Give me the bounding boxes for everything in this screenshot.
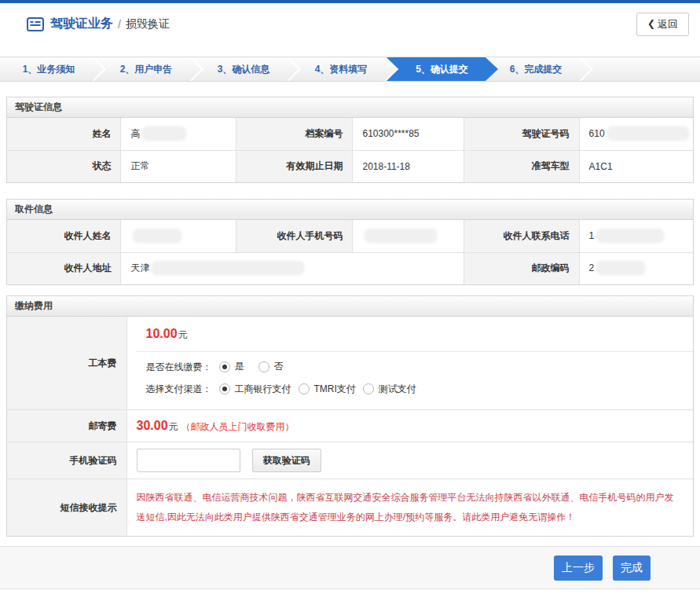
wizard-step-2[interactable]: 2、用户申告	[97, 57, 195, 81]
pay-channel-option-3[interactable]: 测试支付	[363, 383, 416, 396]
field-label: 邮政编码	[464, 252, 579, 284]
work-fee-cell: 10.00元 是否在线缴费： 是否 选择支付渠道： 工商银行支付TMRI支付测试…	[126, 317, 693, 410]
field-value	[121, 220, 236, 252]
wizard-step-1[interactable]: 1、业务须知	[0, 57, 97, 81]
breadcrumb-separator: /	[118, 18, 121, 31]
field-value: 2018-11-18	[353, 150, 464, 182]
radio-label: 测试支付	[379, 383, 416, 396]
redacted-value	[609, 128, 687, 139]
field-label: 姓名	[7, 118, 121, 150]
field-label: 驾驶证号码	[464, 118, 579, 150]
wizard-step-5[interactable]: 5、确认提交	[386, 57, 498, 81]
wizard-step-6[interactable]: 6、完成提交	[487, 57, 585, 81]
field-label: 有效期止日期	[236, 150, 353, 182]
breadcrumb-current: 损毁换证	[126, 17, 170, 31]
fees-table: 工本费 10.00元 是否在线缴费： 是否 选择支付渠道： 工商银行支付TMRI…	[7, 317, 693, 536]
field-value: 1	[579, 220, 693, 252]
radio-label: 工商银行支付	[235, 383, 291, 396]
redacted-value	[366, 230, 435, 241]
step-wizard: 1、业务须知2、用户申告3、确认信息4、资料填写5、确认提交6、完成提交	[0, 57, 700, 82]
section-title: 缴纳费用	[7, 296, 693, 317]
radio-label: 是	[235, 360, 244, 373]
wizard-step-4[interactable]: 4、资料填写	[292, 57, 390, 81]
field-label: 状态	[7, 150, 121, 182]
work-fee-amount: 10.00	[146, 327, 178, 340]
captcha-input[interactable]	[137, 449, 240, 472]
sms-notice-cell: 因陕西省联通、电信运营商技术问题，陕西省互联网交通安全综合服务管理平台无法向持陕…	[126, 479, 693, 537]
field-value: 天津	[121, 252, 464, 284]
field-label: 档案编号	[236, 118, 353, 150]
pay-channel-option-1[interactable]: 工商银行支付	[219, 383, 291, 396]
field-label: 工本费	[7, 317, 126, 410]
pickup-info-section: 取件信息 收件人姓名收件人手机号码收件人联系电话1收件人地址天津邮政编码2	[6, 199, 694, 285]
redacted-value	[144, 128, 185, 139]
field-value: A1C1	[579, 150, 693, 182]
postage-fee-note: （邮政人员上门收取费用）	[181, 421, 295, 432]
page-title: 驾驶证业务	[50, 16, 113, 32]
field-value: 610	[579, 118, 693, 150]
redacted-value	[598, 230, 662, 241]
field-value	[353, 220, 464, 252]
pay-channel-option-2[interactable]: TMRI支付	[299, 383, 356, 396]
chevron-left-icon: ❮	[647, 18, 655, 29]
field-label: 收件人手机号码	[236, 220, 353, 252]
radio-checked-icon[interactable]	[219, 361, 230, 372]
page-header: 驾驶证业务 / 损毁换证 ❮返回	[0, 3, 700, 45]
radio-icon[interactable]	[258, 361, 269, 372]
field-value: 2	[579, 252, 693, 284]
field-label: 收件人地址	[7, 252, 121, 284]
pickup-info-table: 收件人姓名收件人手机号码收件人联系电话1收件人地址天津邮政编码2	[7, 220, 693, 284]
online-pay-label: 是否在线缴费：	[146, 361, 212, 374]
channel-label: 选择支付渠道：	[146, 383, 212, 396]
online-pay-options: 是否	[212, 360, 284, 375]
field-label: 收件人姓名	[7, 220, 121, 252]
wizard-step-3[interactable]: 3、确认信息	[195, 57, 292, 81]
online-pay-option-1[interactable]: 是	[219, 360, 244, 373]
radio-label: 否	[274, 360, 284, 373]
field-value: 高	[121, 118, 236, 150]
redacted-value	[598, 262, 643, 273]
field-label: 收件人联系电话	[464, 220, 579, 252]
footer-action-bar: 上一步 完成	[0, 546, 700, 589]
finish-button[interactable]: 完成	[613, 556, 651, 581]
field-value: 610300****85	[353, 118, 464, 150]
postage-fee-cell: 30.00元（邮政人员上门收取费用）	[126, 410, 693, 442]
radio-label: TMRI支付	[314, 383, 356, 396]
sms-notice-text: 因陕西省联通、电信运营商技术问题，陕西省互联网交通安全综合服务管理平台无法向持陕…	[137, 479, 694, 536]
radio-checked-icon[interactable]	[219, 383, 230, 394]
online-pay-option-2[interactable]: 否	[258, 360, 284, 373]
postage-fee-amount: 30.00	[137, 419, 168, 432]
field-label: 准驾车型	[464, 150, 579, 182]
back-button[interactable]: ❮返回	[636, 13, 689, 36]
license-info-section: 驾驶证信息 姓名高档案编号610300****85驾驶证号码610状态正常有效期…	[6, 97, 694, 183]
field-label: 邮寄费	[7, 410, 126, 442]
redacted-value	[153, 262, 302, 273]
previous-step-button[interactable]: 上一步	[554, 556, 603, 581]
section-title: 驾驶证信息	[7, 97, 693, 118]
section-title: 取件信息	[7, 200, 693, 220]
captcha-cell: 获取验证码	[126, 442, 693, 479]
radio-icon[interactable]	[299, 383, 310, 394]
field-label: 手机验证码	[7, 442, 126, 479]
work-fee-amount-line: 10.00元	[137, 317, 694, 352]
redacted-value	[134, 230, 180, 241]
form-list-icon	[27, 17, 44, 31]
license-info-table: 姓名高档案编号610300****85驾驶证号码610状态正常有效期止日期201…	[7, 118, 693, 182]
field-value: 正常	[121, 150, 236, 182]
fees-section: 缴纳费用 工本费 10.00元 是否在线缴费： 是否 选择支付渠道：	[6, 295, 694, 537]
field-label: 短信接收提示	[7, 479, 126, 537]
channel-options: 工商银行支付TMRI支付测试支付	[212, 383, 416, 398]
get-captcha-button[interactable]: 获取验证码	[252, 449, 321, 472]
radio-icon[interactable]	[363, 383, 374, 394]
